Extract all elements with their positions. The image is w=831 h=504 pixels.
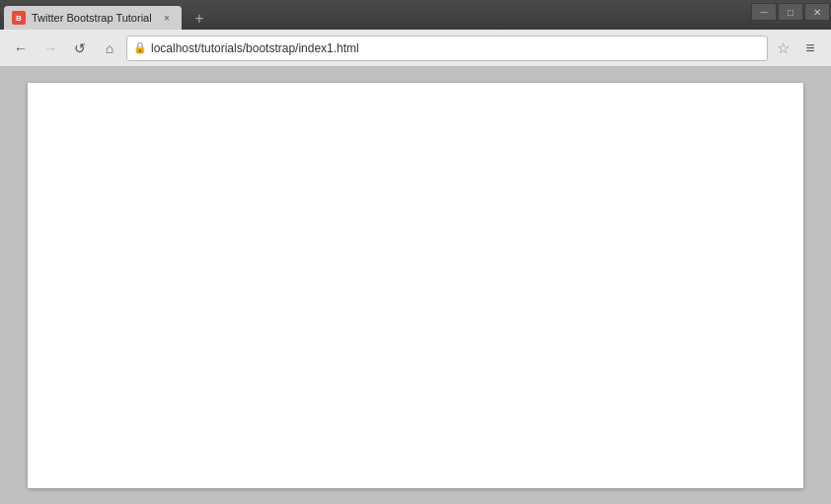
home-button[interactable]: ⌂ [97,36,122,61]
tab-bar: B Twitter Bootstrap Tutorial × + [0,0,213,30]
forward-button[interactable]: → [38,36,63,61]
tab-title: Twitter Bootstrap Tutorial [32,12,154,24]
tab-favicon: B [12,11,26,25]
bookmark-button[interactable]: ☆ [772,37,793,59]
close-button[interactable]: ✕ [804,3,830,21]
active-tab[interactable]: B Twitter Bootstrap Tutorial × [4,6,182,30]
tab-close-button[interactable]: × [160,11,174,25]
window-controls: ─ □ ✕ [751,2,831,22]
webpage [28,83,803,488]
content-area [0,67,831,504]
minimize-button[interactable]: ─ [751,3,777,21]
browser-window: B Twitter Bootstrap Tutorial × + ─ □ ✕ ←… [0,0,831,504]
title-bar: B Twitter Bootstrap Tutorial × + ─ □ ✕ [0,0,831,30]
address-bar[interactable] [151,41,761,55]
maximize-button[interactable]: □ [778,3,803,21]
new-tab-button[interactable]: + [186,8,213,30]
address-bar-wrapper[interactable]: 🔒 [126,36,768,61]
browser-toolbar: ← → ↺ ⌂ 🔒 ☆ ≡ [0,30,831,67]
reload-button[interactable]: ↺ [67,36,93,61]
address-icon: 🔒 [133,41,147,54]
menu-button[interactable]: ≡ [797,36,823,61]
back-button[interactable]: ← [8,36,34,61]
